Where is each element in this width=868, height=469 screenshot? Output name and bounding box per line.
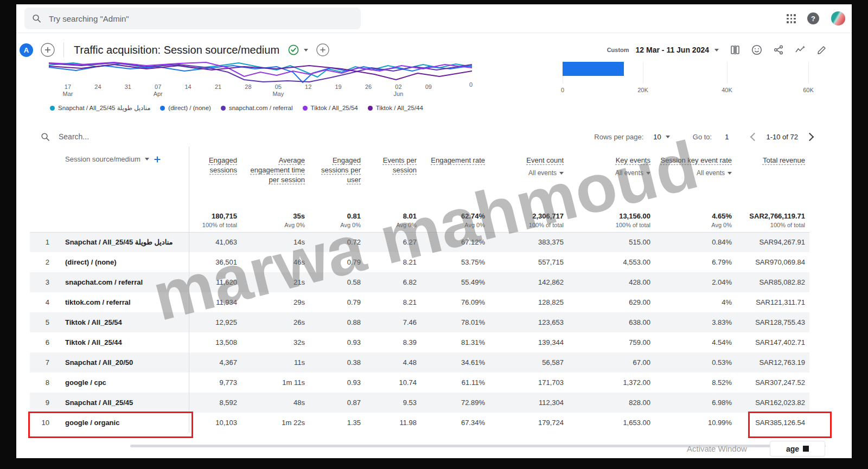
source-medium-value[interactable]: google / organic	[57, 413, 189, 433]
metric-value: SAR128,755.43	[736, 312, 809, 332]
metric-value: 9,773	[189, 372, 241, 393]
column-header-total-revenue[interactable]: Total revenue	[736, 146, 809, 209]
metric-value: 67.34%	[421, 413, 489, 433]
column-header-session-key-event-rate[interactable]: Session key event rate All events	[655, 146, 736, 209]
rows-per-page-label: Rows per page:	[594, 133, 643, 141]
totals-cell: SAR2,766,119.71100% of total	[736, 209, 809, 232]
divider	[63, 42, 64, 57]
goto-page-input[interactable]: 1	[725, 133, 729, 141]
chevron-down-icon[interactable]	[666, 136, 670, 138]
metric-value: 0.58	[309, 272, 365, 292]
metric-value: 81.31%	[421, 332, 489, 352]
row-number: 7	[30, 352, 57, 372]
legend-item[interactable]: snapchat.com / referral	[221, 105, 293, 111]
legend-dot-icon	[368, 106, 373, 111]
row-number: 3	[30, 272, 57, 292]
analytics-app: ? A Traffic acquisition: Session source/…	[16, 4, 852, 458]
metric-value: 4,367	[189, 352, 241, 372]
account-avatar[interactable]: A	[20, 43, 33, 57]
source-medium-value[interactable]: tiktok.com / referral	[57, 292, 189, 312]
table-search[interactable]	[41, 127, 201, 146]
metric-value: 0.79	[309, 252, 365, 272]
metric-value: 0.88	[309, 312, 365, 332]
metric-value: 383,375	[489, 232, 568, 252]
metric-value: 6.27	[365, 232, 421, 252]
google-apps-icon[interactable]	[787, 14, 795, 23]
table-body: 1Snapchat / All_25/45 مناديل طويلة41,063…	[30, 232, 809, 433]
edit-pencil-icon[interactable]	[816, 44, 827, 55]
source-medium-value[interactable]: Tiktok / All_25/44	[57, 332, 189, 352]
source-medium-value[interactable]: (direct) / (none)	[57, 252, 189, 272]
user-avatar[interactable]	[831, 11, 845, 25]
table-controls: Rows per page: 10 Go to: 1 1-10 of 72	[16, 127, 852, 146]
column-header-engaged-sessions[interactable]: Engaged sessions	[189, 146, 241, 209]
metric-value: 4%	[655, 292, 736, 312]
all-events-filter[interactable]: All events	[655, 169, 732, 177]
next-page-icon[interactable]	[806, 132, 814, 141]
metric-value: 629.00	[568, 292, 655, 312]
column-header-events-per-session[interactable]: Events per session	[365, 146, 421, 209]
metric-value: 78.01%	[421, 312, 489, 332]
metric-value: 53.75%	[421, 252, 489, 272]
source-medium-value[interactable]: Tiktok / All_25/54	[57, 312, 189, 332]
table-row: 10google / organic10,1031m 22s1.3511.986…	[30, 413, 809, 433]
metric-value: 759.00	[568, 332, 655, 352]
column-header-avg-engagement-time[interactable]: Average engagement time per session	[241, 146, 309, 209]
source-medium-value[interactable]: Snapchat / All_25/45 مناديل طويلة	[57, 232, 189, 252]
metric-value: 1,372.00	[568, 372, 655, 393]
column-header-engagement-rate[interactable]: Engagement rate	[421, 146, 489, 209]
comparison-icon[interactable]	[730, 44, 741, 55]
source-medium-value[interactable]: snapchat.com / referral	[57, 272, 189, 292]
rows-per-page-select[interactable]: 10	[653, 133, 661, 141]
chevron-down-icon[interactable]	[304, 49, 308, 52]
gridline	[643, 62, 643, 83]
table-row: 7Snapchat / All_20/504,36711s0.384.4834.…	[30, 352, 809, 372]
help-icon[interactable]: ?	[807, 12, 819, 24]
dimension-header[interactable]: Session source/medium	[57, 146, 189, 209]
metric-value: SAR385,126.54	[736, 413, 809, 433]
bar-tick-label: 0	[561, 87, 564, 93]
legend-item[interactable]: Tiktok / All_25/54	[303, 105, 358, 111]
x-tick-label: 26	[365, 83, 372, 91]
data-quality-check-icon[interactable]	[288, 44, 299, 55]
previous-page-icon[interactable]	[750, 132, 759, 141]
global-search-input[interactable]	[48, 14, 353, 24]
feedback-smiley-icon[interactable]	[751, 44, 762, 55]
metric-value: SAR94,267.91	[736, 232, 809, 252]
y-axis-zero-label: 0	[469, 81, 473, 88]
metric-value: 428.00	[568, 272, 655, 292]
column-header-key-events[interactable]: Key events All events	[568, 146, 655, 209]
metric-value: 32s	[241, 332, 309, 352]
all-events-filter[interactable]: All events	[490, 169, 564, 177]
source-medium-value[interactable]: Snapchat / All_25/45	[57, 393, 189, 413]
chevron-down-icon	[727, 172, 732, 175]
chevron-down-icon[interactable]	[145, 158, 149, 160]
legend-item[interactable]: Snapchat / All_25/45 مناديل طويلة	[50, 104, 150, 112]
source-medium-value[interactable]: google / cpc	[57, 372, 189, 393]
column-header-event-count[interactable]: Event count All events	[489, 146, 568, 209]
insights-icon[interactable]	[795, 44, 806, 55]
legend-item[interactable]: (direct) / (none)	[160, 105, 211, 111]
date-range-picker[interactable]: 12 Mar - 11 Jun 2024	[636, 46, 709, 54]
metric-value: 1,653.00	[568, 413, 655, 433]
table-search-input[interactable]	[58, 132, 201, 142]
global-search[interactable]	[24, 8, 361, 29]
x-tick-label: 05May	[272, 83, 284, 98]
all-events-filter[interactable]: All events	[569, 169, 650, 177]
legend-item[interactable]: Tiktok / All_25/44	[368, 105, 423, 111]
metric-value: 0.38	[309, 352, 365, 372]
add-dimension-icon[interactable]	[154, 156, 161, 163]
add-comparison-icon[interactable]	[41, 43, 55, 57]
add-metric-icon[interactable]	[316, 43, 329, 56]
column-header-engaged-sessions-per-user[interactable]: Engaged sessions per user	[309, 146, 365, 209]
chevron-down-icon[interactable]	[714, 49, 719, 52]
metric-value: 13,508	[189, 332, 241, 352]
metric-value: 0.72	[309, 232, 365, 252]
x-axis: 17Mar243107Apr14212805May12192602Jun09	[54, 83, 477, 100]
metric-value: 4.54%	[655, 332, 736, 352]
share-icon[interactable]	[773, 44, 784, 55]
metric-value: 61.11%	[421, 372, 489, 393]
legend-dot-icon	[50, 106, 55, 111]
bar-tick-label: 40K	[722, 87, 732, 93]
source-medium-value[interactable]: Snapchat / All_20/50	[57, 352, 189, 372]
